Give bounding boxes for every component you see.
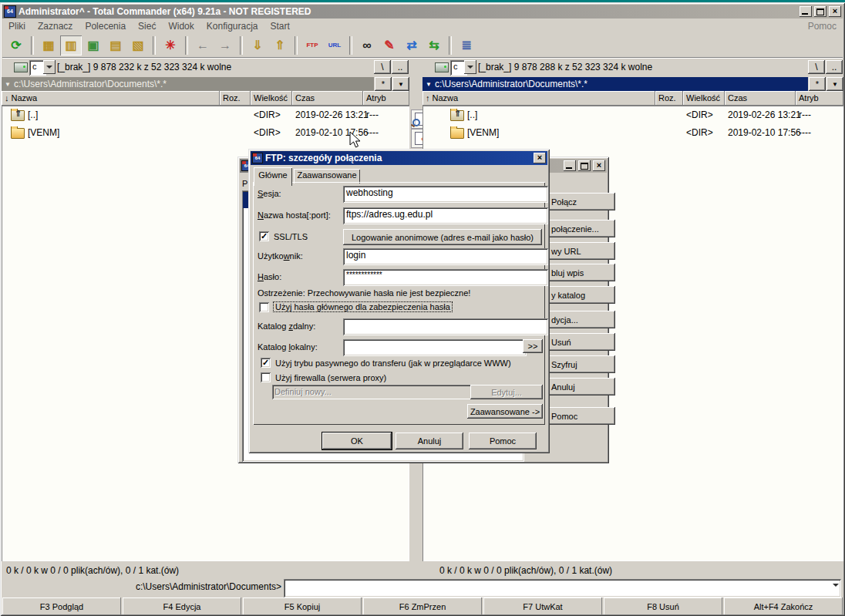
toolbar-button-multi-rename[interactable]: ✎ — [379, 35, 400, 56]
fkey-button-f7[interactable]: F7 UtwKat — [483, 597, 602, 615]
toolbar-button-thumbnails-view[interactable]: ▣ — [82, 35, 104, 56]
minimize-button[interactable] — [800, 6, 812, 17]
main-titlebar[interactable]: 64 Administrator^ - Total Commander (x64… — [2, 5, 843, 19]
menu-item-6[interactable]: Konfiguracja — [200, 19, 264, 33]
toolbar-button-select-files[interactable]: ✳ — [160, 35, 181, 56]
ftp-connect-button-6[interactable]: dycja... — [540, 311, 615, 328]
toolbar-button-search[interactable]: ∞ — [356, 35, 378, 56]
chevron-down-icon[interactable] — [43, 60, 56, 74]
toolbar-button-pack[interactable]: ⇓ — [247, 35, 268, 56]
menu-item-7[interactable]: Start — [264, 19, 296, 33]
user-input[interactable]: login — [343, 248, 548, 265]
toolbar-button-tree-view[interactable]: ▧ — [127, 35, 149, 56]
menu-item-3[interactable]: Polecenia — [79, 19, 132, 33]
password-input[interactable]: ************ — [343, 269, 548, 286]
file-row[interactable]: [..]<DIR>2019-02-26 13:21r--- — [2, 106, 409, 123]
browse-local-dir-button[interactable]: >> — [523, 339, 543, 353]
ftp-details-titlebar[interactable]: 64 FTP: szczegóły połączenia × — [251, 151, 547, 165]
menu-item-5[interactable]: Widok — [162, 19, 200, 33]
toolbar-button-forward[interactable]: → — [214, 35, 236, 56]
toolbar-button-notes[interactable]: ≣ — [456, 35, 477, 56]
ftp-connect-button-1[interactable]: Połącz — [540, 193, 615, 210]
tab-general[interactable]: Główne — [254, 167, 292, 186]
toolbar-button-ftp-connect[interactable]: FTP — [301, 35, 323, 56]
command-input[interactable] — [284, 579, 841, 597]
column-header-date[interactable]: Czas — [725, 91, 796, 106]
advanced-button[interactable]: Zaawansowane -> — [467, 404, 543, 419]
ok-button[interactable]: OK — [322, 433, 392, 449]
edit-proxy-button[interactable]: Edytuj... — [470, 385, 543, 399]
ftp-connect-button-8[interactable]: Szyfruj — [540, 355, 615, 373]
ftp-connect-button-9[interactable]: Anuluj — [540, 378, 615, 396]
left-drive-combo[interactable]: c — [29, 60, 56, 74]
left-up-button[interactable]: .. — [392, 60, 409, 74]
column-header-ext[interactable]: Roz. — [220, 91, 251, 106]
menu-item-pomoc[interactable]: Pomoc — [802, 19, 843, 33]
command-history-icon[interactable] — [833, 584, 839, 587]
toolbar-button-ftp-url[interactable]: URL — [324, 35, 345, 56]
fkey-button-altf4[interactable]: Alt+F4 Zakończ — [724, 597, 843, 615]
remote-dir-input[interactable] — [343, 318, 548, 335]
right-up-button[interactable]: .. — [826, 60, 843, 74]
left-root-button[interactable]: \ — [374, 60, 391, 74]
chevron-down-icon[interactable] — [464, 60, 476, 74]
firewall-checkbox[interactable] — [261, 372, 271, 382]
ftp-connect-button-5[interactable]: y katalog — [540, 286, 615, 304]
proxy-combo[interactable]: Definiuj nowy... — [272, 385, 485, 399]
local-dir-input[interactable] — [343, 339, 527, 356]
ftp-connect-button-10[interactable]: Pomoc — [540, 407, 615, 425]
right-drive-combo[interactable]: c — [450, 60, 476, 74]
ssl-checkbox[interactable]: ✓ — [259, 231, 269, 241]
column-header-size[interactable]: Wielkość — [683, 91, 725, 106]
help-button[interactable]: Pomoc — [469, 433, 537, 449]
passive-mode-checkbox[interactable]: ✓ — [261, 358, 271, 368]
master-password-checkbox[interactable] — [259, 302, 269, 312]
menu-item-1[interactable]: Pliki — [2, 19, 32, 33]
fkey-button-f3[interactable]: F3 Podgląd — [2, 597, 121, 615]
maximize-button[interactable] — [578, 160, 591, 171]
column-header-size[interactable]: Wielkość — [251, 91, 292, 106]
left-path-bar[interactable]: ▼ c:\Users\Administrator\Documents\*.* — [2, 77, 374, 91]
ftp-connect-button-2[interactable]: połączenie... — [540, 220, 615, 237]
file-row[interactable]: [..]<DIR>2019-02-26 13:21r--- — [422, 106, 843, 123]
toolbar-button-comments-view[interactable]: ▤ — [105, 35, 126, 56]
cancel-button[interactable]: Anuluj — [396, 433, 463, 449]
toolbar-button-sync-dirs[interactable]: ⇄ — [401, 35, 422, 56]
ftp-connect-button-3[interactable]: wy URL — [540, 242, 615, 260]
minimize-button[interactable] — [564, 160, 576, 171]
menu-item-2[interactable]: Zaznacz — [32, 19, 79, 33]
session-input[interactable]: webhosting — [343, 186, 548, 203]
menu-item-4[interactable]: Sieć — [132, 19, 162, 33]
fkey-button-f4[interactable]: F4 Edycja — [123, 597, 241, 615]
ftp-connect-button-4[interactable]: bluj wpis — [540, 264, 615, 281]
close-button[interactable]: × — [829, 6, 841, 17]
column-header-attr[interactable]: Atryb — [363, 91, 409, 106]
path-dropdown-icon[interactable]: ▼ — [426, 81, 432, 88]
column-header-date[interactable]: Czas — [292, 91, 363, 106]
toolbar-button-refresh[interactable]: ⟳ — [5, 35, 27, 56]
path-dropdown-icon[interactable]: ▼ — [5, 81, 11, 88]
column-header-name[interactable]: ↑ Nazwa — [422, 91, 655, 106]
ftp-connect-button-7[interactable]: Usuń — [540, 333, 615, 351]
fkey-button-f5[interactable]: F5 Kopiuj — [243, 597, 362, 615]
fkey-button-f6[interactable]: F6 ZmPrzen — [363, 597, 482, 615]
column-header-name[interactable]: ↓ Nazwa — [2, 91, 220, 106]
anonymous-login-button[interactable]: Logowanie anonimowe (adres e-mail jako h… — [343, 229, 542, 245]
column-header-ext[interactable]: Roz. — [655, 91, 683, 106]
toolbar-button-compare-dirs[interactable]: ⇆ — [423, 35, 445, 56]
master-password-label[interactable]: Użyj hasła głównego dla zabezpieczenia h… — [274, 302, 452, 311]
toolbar-button-back[interactable]: ← — [192, 35, 214, 56]
right-root-button[interactable]: \ — [808, 60, 825, 74]
close-icon[interactable]: × — [534, 153, 546, 163]
file-row[interactable]: [VENM]<DIR>2019-02-10 17:56---- — [422, 123, 843, 141]
host-input[interactable]: ftps://adres.ug.edu.pl — [343, 207, 548, 224]
toolbar-button-brief-view[interactable]: ▦ — [38, 35, 59, 56]
fkey-button-f8[interactable]: F8 Usuń — [604, 597, 722, 615]
close-icon[interactable]: × — [593, 160, 605, 171]
right-filter-button[interactable]: * — [809, 77, 826, 91]
toolbar-button-unpack[interactable]: ⇑ — [269, 35, 291, 56]
left-history-button[interactable]: ▼ — [392, 77, 409, 91]
right-history-button[interactable]: ▼ — [826, 77, 843, 91]
right-path-bar[interactable]: ▼ c:\Users\Administrator\Documents\*.* — [422, 77, 808, 91]
left-filter-button[interactable]: * — [375, 77, 392, 91]
